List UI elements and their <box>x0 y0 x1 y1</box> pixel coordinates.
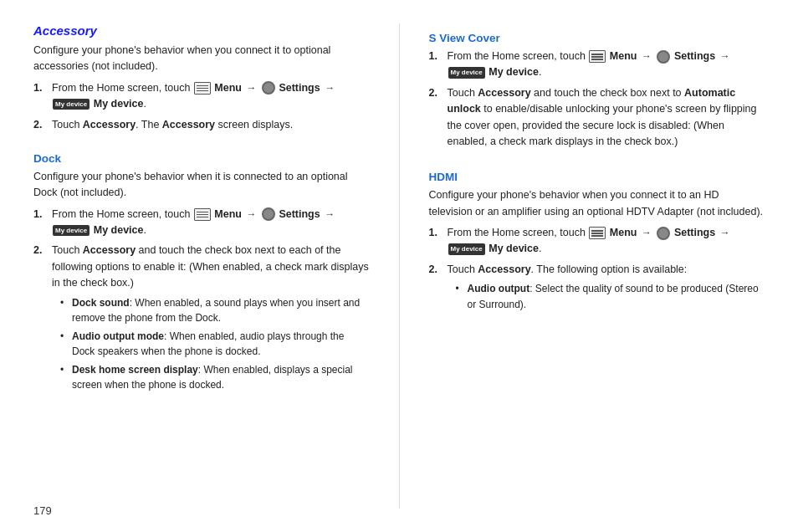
sview-my-device-label: My device <box>489 66 539 78</box>
sview-step-2: 2. Touch Accessory and touch the check b… <box>429 85 765 151</box>
hdmi-arrow-2: → <box>720 227 730 238</box>
dock-section: Dock Configure your phone's behavior whe… <box>33 144 370 400</box>
column-divider <box>399 23 400 509</box>
accessory-title: Accessory <box>33 23 370 38</box>
hdmi-step-1-content: From the Home screen, touch Menu → Setti… <box>448 225 765 258</box>
dock-arrow-2: → <box>325 208 335 220</box>
settings-icon <box>262 81 275 95</box>
dock-menu-icon <box>194 208 211 221</box>
dock-step-num-2: 2. <box>33 243 47 396</box>
left-column: Accessory Configure your phone's behavio… <box>33 23 370 509</box>
arrow-2: → <box>325 82 335 94</box>
hdmi-section: HDMI Configure your phone's behavior whe… <box>429 162 765 319</box>
dock-bullet-1: Dock sound: When enabled, a sound plays … <box>60 295 370 326</box>
accessory-step-2: 2. Touch Accessory. The Accessory screen… <box>33 117 370 133</box>
sview-arrow-2: → <box>720 50 730 62</box>
dock-steps: 1. From the Home screen, touch Menu → Se… <box>33 207 370 396</box>
sview-menu-icon <box>589 50 606 63</box>
dock-bullet-3: Desk home screen display: When enabled, … <box>60 362 370 393</box>
hdmi-intro: Configure your phone's behavior when you… <box>429 187 765 220</box>
step-num-2: 2. <box>33 117 47 133</box>
right-column: S View Cover 1. From the Home screen, to… <box>429 23 765 509</box>
hdmi-step-2-content: Touch Accessory. The following option is… <box>448 262 765 315</box>
dock-bullet-2: Audio output mode: When enabled, audio p… <box>60 329 370 360</box>
accessory-bold-1: Accessory <box>83 119 136 130</box>
hdmi-arrow-1: → <box>642 227 652 238</box>
arrow-1: → <box>246 82 256 94</box>
sview-step-num-2: 2. <box>429 85 442 151</box>
accessory-intro: Configure your phone's behavior when you… <box>33 43 370 75</box>
sview-settings-icon <box>657 50 670 64</box>
accessory-section: Accessory Configure your phone's behavio… <box>33 23 370 137</box>
hdmi-settings-icon <box>657 227 670 240</box>
sview-title: S View Cover <box>429 32 765 44</box>
sview-mydevice-badge: My device <box>448 67 485 78</box>
step-1-content: From the Home screen, touch Menu → Setti… <box>52 80 370 113</box>
dock-step-num-1: 1. <box>33 207 47 239</box>
menu-label: Menu <box>214 82 244 94</box>
dock-bullet-list: Dock sound: When enabled, a sound plays … <box>60 295 370 394</box>
page-number: 179 <box>33 504 52 517</box>
hdmi-step-2: 2. Touch Accessory. The following option… <box>429 262 765 315</box>
dock-menu-label: Menu <box>214 208 244 220</box>
sview-step-num-1: 1. <box>429 49 442 81</box>
sview-settings-label: Settings <box>674 50 719 62</box>
dock-step-2-content: Touch Accessory and touch the check box … <box>52 243 370 396</box>
hdmi-menu-icon <box>589 227 606 239</box>
accessory-step-1: 1. From the Home screen, touch Menu → Se… <box>33 80 370 113</box>
mydevice-badge: My device <box>53 99 90 110</box>
dock-accessory-bold: Accessory <box>83 244 136 256</box>
hdmi-step-1: 1. From the Home screen, touch Menu → Se… <box>429 225 765 258</box>
hdmi-my-device-label: My device <box>489 243 539 254</box>
dock-intro: Configure your phone's behavior when it … <box>33 169 370 202</box>
hdmi-bullet-list: Audio output: Select the quality of soun… <box>456 281 765 312</box>
hdmi-accessory-bold: Accessory <box>478 263 530 275</box>
dock-title: Dock <box>33 152 370 165</box>
hdmi-step-num-2: 2. <box>429 262 442 315</box>
hdmi-menu-label: Menu <box>610 227 640 238</box>
hdmi-mydevice-badge: My device <box>448 243 485 254</box>
page: Accessory Configure your phone's behavio… <box>0 0 798 532</box>
sview-menu-label: Menu <box>610 50 640 62</box>
dock-my-device-label: My device <box>94 224 144 236</box>
sview-step-2-content: Touch Accessory and touch the check box … <box>448 85 765 151</box>
settings-label: Settings <box>279 82 323 94</box>
hdmi-bullet-1: Audio output: Select the quality of soun… <box>456 281 765 312</box>
dock-step-2: 2. Touch Accessory and touch the check b… <box>33 243 370 396</box>
sview-accessory-bold: Accessory <box>478 87 530 99</box>
dock-step-1: 1. From the Home screen, touch Menu → Se… <box>33 207 370 239</box>
step-2-content: Touch Accessory. The Accessory screen di… <box>52 117 370 133</box>
hdmi-settings-label: Settings <box>674 227 719 238</box>
sview-arrow-1: → <box>642 50 652 62</box>
hdmi-steps: 1. From the Home screen, touch Menu → Se… <box>429 225 765 315</box>
sview-step-1-content: From the Home screen, touch Menu → Setti… <box>448 49 765 81</box>
dock-mydevice-badge: My device <box>53 225 90 236</box>
sview-steps: 1. From the Home screen, touch Menu → Se… <box>429 49 765 150</box>
menu-icon <box>194 82 211 95</box>
my-device-label: My device <box>94 98 144 110</box>
sview-step-1: 1. From the Home screen, touch Menu → Se… <box>429 49 765 81</box>
dock-settings-label: Settings <box>279 208 323 220</box>
hdmi-title: HDMI <box>429 171 765 183</box>
dock-settings-icon <box>262 207 275 221</box>
dock-arrow-1: → <box>246 208 256 220</box>
step-num-1: 1. <box>33 80 47 113</box>
hdmi-step-num-1: 1. <box>429 225 442 258</box>
accessory-steps: 1. From the Home screen, touch Menu → Se… <box>33 80 370 133</box>
sview-section: S View Cover 1. From the Home screen, to… <box>429 23 765 154</box>
accessory-bold-2: Accessory <box>162 119 215 130</box>
dock-step-1-content: From the Home screen, touch Menu → Setti… <box>52 207 370 239</box>
